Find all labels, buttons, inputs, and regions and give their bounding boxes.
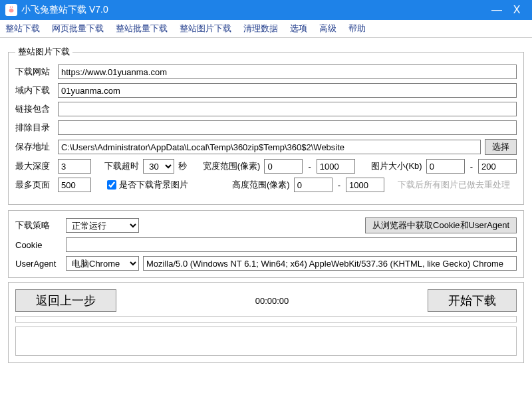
exclude-label: 排除目录 (15, 122, 54, 134)
menu-item[interactable]: 整站下载 (5, 23, 40, 35)
bgimg-checkbox-input[interactable] (107, 180, 116, 190)
download-settings-group: 整站图片下载 下载网站 域内下载 链接包含 排除目录 保存地址 选择 最大深度 … (8, 46, 524, 205)
url-input[interactable] (58, 65, 517, 79)
menu-item[interactable]: 清理数据 (243, 23, 278, 35)
exclude-input[interactable] (58, 120, 517, 135)
footer-panel: 返回上一步 00:00:00 开始下载 (8, 282, 524, 363)
menu-item[interactable]: 整站图片下载 (180, 23, 231, 35)
pages-input[interactable] (58, 178, 91, 192)
height-min-input[interactable] (294, 178, 332, 192)
size-label: 图片大小(Kb) (371, 160, 422, 172)
width-max-input[interactable] (317, 159, 355, 174)
useragent-preset-select[interactable]: 电脑Chrome (66, 256, 139, 271)
useragent-input[interactable] (143, 256, 517, 271)
network-settings-group: 下载策略 正常运行 从浏览器中获取Cookie和UserAgent Cookie… (8, 210, 524, 278)
log-output (15, 327, 517, 356)
close-button[interactable]: X (507, 4, 527, 16)
choose-path-button[interactable]: 选择 (485, 139, 517, 155)
bgimg-label: 是否下载背景图片 (119, 179, 188, 191)
height-range-label: 高度范围(像素) (232, 179, 290, 191)
menu-item[interactable]: 选项 (290, 23, 307, 35)
app-icon (5, 4, 17, 16)
menu-item[interactable]: 高级 (319, 23, 336, 35)
menu-item[interactable]: 帮助 (348, 23, 366, 35)
dedup-hint: 下载后所有图片已做去重处理 (398, 179, 510, 191)
group-legend: 整站图片下载 (15, 46, 72, 58)
cookie-input[interactable] (66, 237, 517, 252)
back-button[interactable]: 返回上一步 (15, 289, 116, 312)
cookie-label: Cookie (15, 240, 62, 250)
domain-input[interactable] (58, 83, 517, 98)
policy-select[interactable]: 正常运行 (66, 218, 139, 233)
start-download-button[interactable]: 开始下载 (428, 289, 517, 312)
save-label: 保存地址 (15, 141, 54, 153)
depth-input[interactable] (58, 159, 91, 174)
fetch-cookie-button[interactable]: 从浏览器中获取Cookie和UserAgent (365, 217, 517, 233)
size-max-input[interactable] (478, 159, 517, 174)
menu-item[interactable]: 整站批量下载 (116, 23, 168, 35)
width-range-label: 宽度范围(像素) (203, 160, 261, 172)
depth-label: 最大深度 (15, 160, 54, 172)
minimize-button[interactable]: — (487, 4, 507, 16)
height-max-input[interactable] (346, 178, 384, 192)
menubar: 整站下载 网页批量下载 整站批量下载 整站图片下载 清理数据 选项 高级 帮助 (0, 20, 532, 38)
pages-label: 最多页面 (15, 179, 54, 191)
menu-item[interactable]: 网页批量下载 (52, 23, 104, 35)
timeout-select[interactable]: 30 (143, 159, 174, 174)
progress-bar (15, 316, 517, 323)
save-path-input[interactable] (58, 140, 481, 154)
bgimg-checkbox[interactable]: 是否下载背景图片 (107, 179, 188, 191)
size-min-input[interactable] (426, 159, 465, 174)
policy-label: 下载策略 (15, 219, 62, 231)
elapsed-time: 00:00:00 (120, 296, 424, 306)
url-label: 下载网站 (15, 66, 54, 78)
width-min-input[interactable] (264, 159, 303, 174)
contain-input[interactable] (58, 102, 517, 116)
domain-label: 域内下载 (15, 84, 54, 96)
app-title: 小飞兔整站下载 V7.0 (21, 4, 487, 16)
useragent-label: UserAgent (15, 259, 62, 269)
timeout-label: 下载超时 (104, 160, 139, 172)
titlebar: 小飞兔整站下载 V7.0 — X (0, 0, 532, 20)
contain-label: 链接包含 (15, 103, 54, 115)
timeout-unit: 秒 (178, 160, 189, 172)
